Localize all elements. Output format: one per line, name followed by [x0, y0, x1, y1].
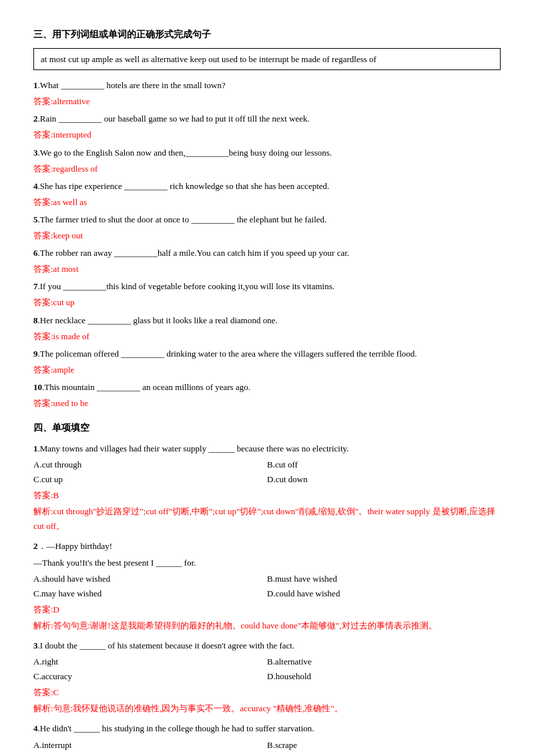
mc-q4-optB: B.scrape: [267, 738, 501, 753]
mc-q2-optD: D.could have wished: [267, 586, 501, 601]
mc-a2: 答案:D: [33, 602, 501, 617]
word-bank: at most cut up ample as well as alternat…: [33, 48, 501, 70]
mc-q4-optD: D.arrest: [267, 753, 501, 756]
mc-a3: 答案:C: [33, 685, 501, 700]
mc-q4-optA: A.interrupt: [33, 738, 267, 753]
mc-q2-optC: C.may have wished: [33, 586, 267, 601]
a3-9: 答案:ample: [33, 363, 501, 377]
a3-5: 答案:keep out: [33, 228, 501, 243]
mc-q2b: —Thank you!It's the best present I _____…: [33, 556, 501, 570]
section4-title: 四、单项填空: [33, 420, 501, 436]
section4: 四、单项填空 1.Many towns and villages had the…: [33, 420, 501, 756]
mc-q2-optB: B.must have wished: [267, 572, 501, 586]
mc-q1-optC: C.cut up: [33, 472, 267, 487]
mc-analysis2: 解析:答句句意:谢谢!这是我能希望得到的最好的礼物。could have don…: [33, 618, 501, 633]
mc-analysis1: 解析:cut through"抄近路穿过";cut off"切断,中断";cut…: [33, 504, 501, 534]
a3-6: 答案:at most: [33, 262, 501, 276]
mc-q3: 3.I doubt the ______ of his statement be…: [33, 638, 501, 653]
a3-7: 答案:cut up: [33, 295, 501, 310]
q3-9: 9.The policeman offered __________ drink…: [33, 347, 501, 361]
q3-6: 6.The robber ran away __________half a m…: [33, 246, 501, 260]
mc-q3-optB: B.alternative: [267, 654, 501, 669]
a3-4: 答案:as well as: [33, 195, 501, 210]
mc-q1-optA: A.cut through: [33, 457, 267, 472]
mc-q3-optD: D.household: [267, 669, 501, 684]
mc-q4: 4.He didn't ______ his studying in the c…: [33, 721, 501, 736]
mc-q3-optC: C.accuracy: [33, 669, 267, 684]
mc-q4-optC: C.preserve: [33, 753, 267, 756]
q3-5: 5.The farmer tried to shut the door at o…: [33, 212, 501, 227]
mc-analysis3: 解析:句意:我怀疑他说话的准确性,因为与事实不一致。accuracy "精确性,…: [33, 701, 501, 716]
mc-q2-optA: A.should have wished: [33, 572, 267, 586]
a3-8: 答案:is made of: [33, 329, 501, 344]
mc-q2-options: A.should have wished B.must have wished …: [33, 572, 501, 601]
q3-4: 4.She has ripe experience __________ ric…: [33, 179, 501, 194]
section3-title: 三、用下列词组或单词的正确形式完成句子: [33, 27, 501, 43]
a3-10: 答案:used to be: [33, 396, 501, 411]
section3: 三、用下列词组或单词的正确形式完成句子 at most cut up ample…: [33, 27, 501, 411]
mc-q1-options: A.cut through B.cut off C.cut up D.cut d…: [33, 457, 501, 487]
q3-2: 2.Rain __________ our baseball game so w…: [33, 112, 501, 126]
a3-3: 答案:regardless of: [33, 162, 501, 176]
q3-8: 8.Her necklace __________ glass but it l…: [33, 313, 501, 328]
q3-10-num: 10: [33, 382, 42, 392]
mc-q1-optD: D.cut down: [267, 472, 501, 487]
q3-7: 7.If you __________this kind of vegetabl…: [33, 279, 501, 294]
mc-q2: 2．—Happy birthday!: [33, 539, 501, 554]
mc-q1-optB: B.cut off: [267, 457, 501, 472]
q3-1: 1.What __________ hotels are there in th…: [33, 78, 501, 93]
mc-q3-optA: A.right: [33, 654, 267, 669]
mc-a1: 答案:B: [33, 488, 501, 503]
mc-q4-options: A.interrupt B.scrape C.preserve D.arrest: [33, 738, 501, 756]
section3-questions: 1.What __________ hotels are there in th…: [33, 78, 501, 411]
a3-2: 答案:interrupted: [33, 128, 501, 142]
q3-10: 10.This mountain __________ an ocean mil…: [33, 380, 501, 395]
a3-1: 答案:alternative: [33, 94, 501, 109]
mc-q3-options: A.right B.alternative C.accuracy D.house…: [33, 654, 501, 684]
mc-q1: 1.Many towns and villages had their wate…: [33, 441, 501, 456]
q3-3: 3.We go to the English Salon now and the…: [33, 146, 501, 160]
